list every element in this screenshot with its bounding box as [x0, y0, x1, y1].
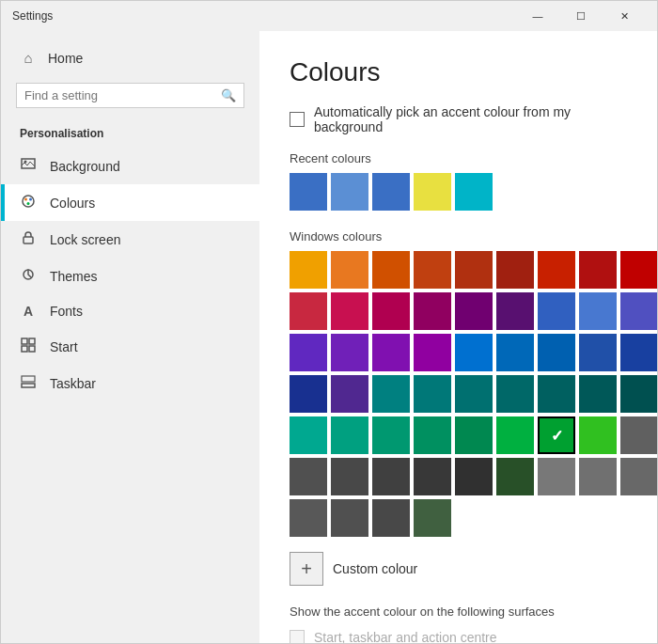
sidebar-item-fonts-label: Fonts	[50, 304, 83, 319]
windows-colour-30[interactable]	[290, 375, 327, 413]
windows-colour-31[interactable]	[331, 375, 368, 413]
recent-colour-1[interactable]	[290, 173, 327, 211]
sidebar-item-colours[interactable]: Colours	[1, 184, 259, 221]
svg-rect-13	[22, 376, 35, 382]
windows-colour-61[interactable]	[331, 499, 368, 537]
windows-colour-41[interactable]	[331, 416, 368, 454]
windows-colour-1[interactable]	[331, 251, 368, 289]
windows-colour-36[interactable]	[538, 375, 575, 413]
windows-colour-45[interactable]	[496, 416, 534, 454]
sidebar-item-home[interactable]: ⌂ Home	[1, 40, 259, 75]
sidebar-item-fonts[interactable]: A Fonts	[1, 294, 259, 328]
windows-colour-23[interactable]	[414, 334, 451, 371]
search-icon: 🔍	[221, 88, 236, 102]
windows-colour-28[interactable]	[620, 334, 657, 371]
sidebar-item-lock-label: Lock screen	[50, 232, 120, 247]
windows-colour-60[interactable]	[290, 499, 327, 537]
windows-colour-58[interactable]	[620, 458, 657, 495]
windows-colour-42[interactable]	[372, 416, 410, 454]
auto-pick-label: Automatically pick an accent colour from…	[314, 104, 627, 134]
svg-point-4	[29, 198, 32, 201]
windows-colour-5[interactable]	[496, 251, 534, 289]
sidebar-item-lock-screen[interactable]: Lock screen	[1, 221, 259, 258]
windows-colour-63[interactable]	[414, 499, 451, 537]
surface-options: Start, taskbar and action centre ➜ ✓ Tit…	[290, 630, 627, 643]
windows-colour-25[interactable]	[496, 334, 534, 371]
svg-point-2	[23, 196, 34, 207]
maximize-button[interactable]: ☐	[559, 1, 603, 31]
windows-colour-20[interactable]	[290, 334, 327, 371]
surface-1-checkbox[interactable]	[290, 630, 305, 643]
windows-colour-62[interactable]	[372, 499, 410, 537]
sidebar-item-start[interactable]: Start	[1, 328, 259, 365]
auto-pick-row[interactable]: Automatically pick an accent colour from…	[290, 104, 627, 134]
start-icon	[20, 338, 37, 355]
windows-colour-17[interactable]	[579, 292, 617, 330]
windows-colour-7[interactable]	[579, 251, 617, 289]
windows-colour-22[interactable]	[372, 334, 410, 371]
windows-colour-21[interactable]	[331, 334, 368, 371]
search-box[interactable]: 🔍	[16, 83, 244, 108]
windows-colour-52[interactable]	[372, 458, 410, 495]
windows-colour-16[interactable]	[538, 292, 575, 330]
section-label: Personalisation	[1, 123, 259, 148]
windows-colour-37[interactable]	[579, 375, 617, 413]
windows-colour-14[interactable]	[455, 292, 493, 330]
windows-colour-48[interactable]	[620, 416, 657, 454]
surface-option-1[interactable]: Start, taskbar and action centre	[290, 630, 627, 643]
windows-colour-54[interactable]	[455, 458, 493, 495]
windows-colour-56[interactable]	[538, 458, 575, 495]
windows-colour-11[interactable]	[331, 292, 368, 330]
surface-1-label: Start, taskbar and action centre	[314, 630, 497, 643]
windows-colour-3[interactable]	[414, 251, 451, 289]
windows-colour-24[interactable]	[455, 334, 493, 371]
recent-colour-2[interactable]	[331, 173, 368, 211]
recent-colour-4[interactable]	[414, 173, 451, 211]
windows-colour-55[interactable]	[496, 458, 534, 495]
windows-colour-47[interactable]	[579, 416, 617, 454]
windows-colour-57[interactable]	[579, 458, 617, 495]
windows-colour-4[interactable]	[455, 251, 493, 289]
themes-icon	[20, 267, 37, 285]
windows-colour-38[interactable]	[620, 375, 657, 413]
auto-pick-checkbox[interactable]	[290, 112, 305, 127]
windows-colour-53[interactable]	[414, 458, 451, 495]
search-input[interactable]	[24, 88, 213, 102]
windows-colour-46[interactable]: ✓	[538, 416, 575, 454]
windows-colour-51[interactable]	[331, 458, 368, 495]
windows-colour-8[interactable]	[620, 251, 657, 289]
close-button[interactable]: ✕	[603, 1, 646, 31]
recent-colour-5[interactable]	[455, 173, 493, 211]
windows-colour-15[interactable]	[496, 292, 534, 330]
windows-colour-32[interactable]	[372, 375, 410, 413]
custom-colour-button[interactable]: +	[290, 552, 323, 586]
windows-colour-43[interactable]	[414, 416, 451, 454]
windows-colour-50[interactable]	[290, 458, 327, 495]
windows-colour-6[interactable]	[538, 251, 575, 289]
windows-colour-18[interactable]	[620, 292, 657, 330]
settings-window: Settings — ☐ ✕ ⌂ Home 🔍 Personalisation …	[0, 0, 658, 644]
windows-colour-0[interactable]	[290, 251, 327, 289]
custom-colour-label: Custom colour	[333, 561, 417, 576]
windows-colour-27[interactable]	[579, 334, 617, 371]
surface-title: Show the accent colour on the following …	[290, 605, 627, 619]
windows-colour-10[interactable]	[290, 292, 327, 330]
minimize-button[interactable]: —	[516, 1, 559, 31]
windows-colour-40[interactable]	[290, 416, 327, 454]
windows-colour-2[interactable]	[372, 251, 410, 289]
windows-colour-12[interactable]	[372, 292, 410, 330]
windows-colour-33[interactable]	[414, 375, 451, 413]
sidebar-item-background[interactable]: Background	[1, 148, 259, 184]
windows-colour-34[interactable]	[455, 375, 493, 413]
home-icon: ⌂	[20, 50, 37, 66]
svg-point-5	[27, 202, 30, 205]
sidebar-item-taskbar-label: Taskbar	[50, 376, 96, 391]
recent-colour-3[interactable]	[372, 173, 410, 211]
windows-colour-26[interactable]	[538, 334, 575, 371]
windows-colour-44[interactable]	[455, 416, 493, 454]
home-label: Home	[48, 51, 83, 66]
sidebar-item-themes[interactable]: Themes	[1, 258, 259, 294]
windows-colour-35[interactable]	[496, 375, 534, 413]
sidebar-item-taskbar[interactable]: Taskbar	[1, 365, 259, 401]
windows-colour-13[interactable]	[414, 292, 451, 330]
